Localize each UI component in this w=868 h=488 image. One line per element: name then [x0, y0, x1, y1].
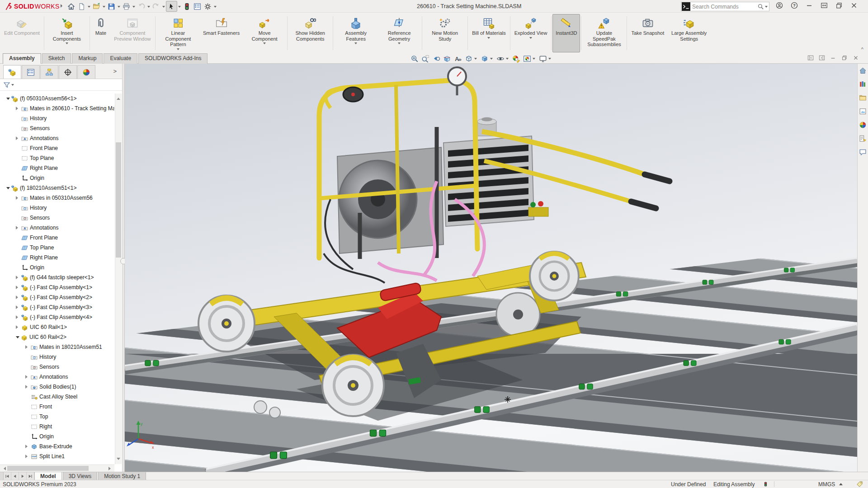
undo-dropdown-icon[interactable] — [147, 6, 150, 9]
linear-component-pattern-button[interactable]: Linear Component Pattern — [156, 14, 200, 52]
panel-tab-dimxpertmanager[interactable] — [59, 65, 77, 79]
view-settings-button[interactable] — [539, 55, 552, 63]
doc-tab-motion-study-1[interactable]: Motion Study 1 — [98, 472, 146, 480]
take-snapshot-button[interactable]: Take Snapshot — [628, 14, 667, 52]
panel-tab-configurationmanager[interactable] — [40, 65, 58, 79]
panel-tab-propertymanager[interactable] — [22, 65, 40, 79]
filter-funnel-icon[interactable] — [3, 81, 10, 89]
search-commands-box[interactable] — [681, 2, 769, 11]
tree-item[interactable]: Mates in 260610 - Track Setting Ma — [0, 103, 114, 113]
new-motion-study-button[interactable]: New Motion Study — [423, 14, 467, 52]
user-account-button[interactable] — [776, 2, 783, 11]
panel-tabs-overflow-icon[interactable]: > — [113, 68, 117, 75]
restore-button[interactable] — [835, 2, 843, 11]
tree-item[interactable]: History — [0, 203, 114, 213]
tab-solidworks-add-ins[interactable]: SOLIDWORKS Add-Ins — [138, 53, 208, 64]
tree-item[interactable]: Top Plane — [0, 153, 114, 163]
graphics-viewport[interactable]: y x z — [125, 64, 857, 472]
tree-item[interactable]: Right Plane — [0, 253, 114, 263]
status-rebuild-icon[interactable] — [763, 481, 768, 488]
redo-dropdown-icon[interactable] — [162, 6, 165, 9]
task-pane-tab-appearances-scenes[interactable] — [859, 121, 867, 131]
status-tag-icon[interactable] — [856, 481, 863, 488]
tree-expand-icon[interactable] — [16, 136, 20, 140]
insert-components-button[interactable]: Insert Components — [45, 14, 89, 52]
view-orientation-button[interactable] — [465, 55, 478, 63]
undo-button[interactable] — [136, 1, 146, 12]
filter-dropdown-icon[interactable] — [11, 84, 14, 87]
assembly-features-dropdown-icon[interactable] — [354, 42, 357, 46]
zoom-to-area-button[interactable] — [421, 55, 429, 63]
redo-button[interactable] — [151, 1, 161, 12]
tree-collapse-icon[interactable] — [6, 98, 10, 102]
select-cursor-dropdown-icon[interactable] — [178, 6, 181, 9]
panel-tab-displaymanager[interactable] — [77, 65, 95, 79]
tree-horizontal-scrollbar[interactable] — [0, 465, 114, 472]
doc-tab-3d-views[interactable]: 3D Views — [63, 472, 97, 480]
save-button[interactable] — [106, 1, 117, 12]
horizontal-scrollbar-thumb[interactable] — [7, 466, 89, 471]
vertical-scrollbar-thumb[interactable] — [116, 142, 121, 258]
minimize-button[interactable] — [806, 2, 813, 11]
display-style-button[interactable] — [481, 55, 494, 63]
tree-expand-icon[interactable] — [25, 455, 29, 458]
open-dropdown-icon[interactable] — [103, 6, 105, 9]
zoom-to-fit-button[interactable] — [410, 55, 419, 63]
task-pane-tab-view-palette[interactable] — [859, 108, 867, 117]
span-displays-button[interactable] — [821, 2, 828, 11]
mate-button[interactable]: Mate — [91, 14, 111, 52]
pane-left-button[interactable] — [807, 55, 814, 63]
tree-collapse-icon[interactable] — [6, 187, 10, 191]
display-style-dropdown-icon[interactable] — [490, 58, 493, 61]
tree-item[interactable]: (f) G44 fastclip sleeper<1> — [0, 272, 114, 282]
nav-first-button[interactable] — [4, 472, 11, 480]
search-icon[interactable] — [757, 3, 764, 10]
apply-scene-dropdown-icon[interactable] — [533, 58, 535, 61]
tree-item[interactable]: UIC 60 Rail<2> — [0, 332, 114, 342]
insert-components-dropdown-icon[interactable] — [66, 42, 68, 46]
tree-expand-icon[interactable] — [16, 226, 20, 230]
nav-last-button[interactable] — [27, 472, 34, 480]
new-document-button[interactable] — [76, 1, 87, 12]
tree-expand-icon[interactable] — [16, 107, 20, 110]
scroll-down-icon[interactable] — [117, 458, 120, 462]
hide-show-items-button[interactable] — [496, 55, 509, 63]
tree-item[interactable]: Mates in 180210Assem51 — [0, 342, 114, 352]
tree-item[interactable]: Top Plane — [0, 243, 114, 253]
update-speedpak-button[interactable]: Update SpeedPak Subassemblies — [582, 14, 626, 52]
tree-expand-icon[interactable] — [16, 276, 20, 279]
tree-item[interactable]: Top — [0, 412, 114, 422]
nav-prev-button[interactable] — [11, 472, 19, 480]
tree-item[interactable]: History — [0, 113, 114, 123]
tree-item[interactable]: Split Line1 — [0, 451, 114, 461]
section-view-button[interactable] — [443, 55, 451, 63]
pane-right-button[interactable] — [819, 55, 825, 63]
tree-item[interactable]: Origin — [0, 432, 114, 441]
previous-view-button[interactable] — [432, 55, 440, 63]
tree-expand-icon[interactable] — [25, 345, 29, 349]
close-button[interactable] — [850, 2, 858, 11]
tab-sketch[interactable]: Sketch — [42, 53, 71, 64]
doc-tab-model[interactable]: Model — [34, 472, 62, 480]
tree-collapse-icon[interactable] — [16, 336, 19, 340]
view-orientation-dropdown-icon[interactable] — [474, 58, 477, 61]
apply-scene-button[interactable] — [523, 55, 536, 63]
tree-expand-icon[interactable] — [16, 196, 20, 200]
settings-gear-button[interactable] — [203, 1, 213, 12]
tree-expand-icon[interactable] — [25, 445, 29, 448]
panel-tab-featuremanager[interactable] — [3, 65, 21, 79]
doc-restore-button[interactable] — [841, 55, 848, 63]
show-hidden-components-button[interactable]: Show Hidden Components — [288, 14, 332, 52]
assembly-features-button[interactable]: Assembly Features — [334, 14, 377, 52]
tree-item[interactable]: AAnnotations — [0, 372, 114, 382]
tree-item[interactable]: UIC 60 Rail<1> — [0, 322, 114, 332]
tab-evaluate[interactable]: Evaluate — [104, 53, 137, 64]
tree-item[interactable]: Cast Alloy Steel — [0, 392, 114, 402]
tree-item[interactable]: Sensors — [0, 213, 114, 223]
file-properties-button[interactable] — [192, 1, 203, 12]
tree-item[interactable]: (f) 050310Assem56<1> — [0, 94, 114, 103]
tab-assembly[interactable]: Assembly — [3, 53, 41, 64]
exploded-view-dropdown-icon[interactable] — [529, 37, 532, 40]
save-dropdown-icon[interactable] — [118, 6, 120, 9]
tree-item[interactable]: Origin — [0, 173, 114, 183]
